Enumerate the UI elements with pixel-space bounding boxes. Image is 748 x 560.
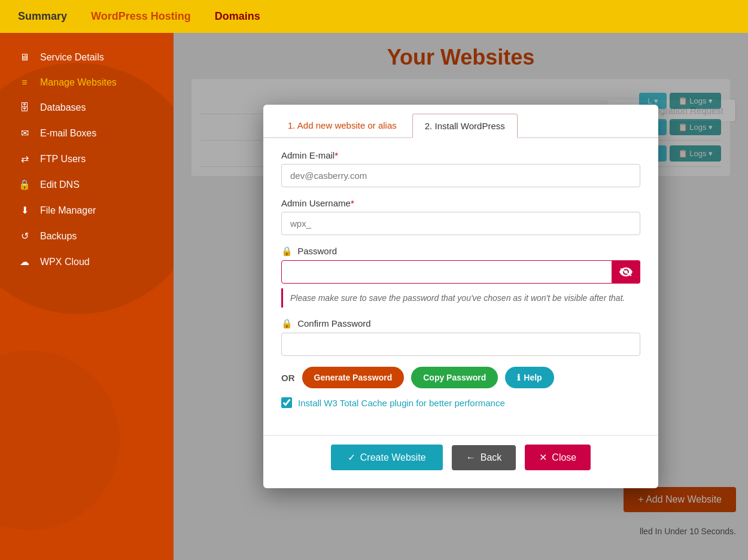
help-circle-icon: ℹ (517, 373, 520, 382)
email-form-group: Admin E-mail* (281, 150, 640, 187)
confirm-lock-icon: 🔒 (281, 318, 293, 328)
confirm-password-label: 🔒 Confirm Password (281, 318, 640, 329)
arrow-left-icon: ← (466, 452, 476, 463)
sidebar-item-email-boxes[interactable]: ✉ E-mail Boxes (0, 120, 174, 146)
sidebar-item-wpx-cloud[interactable]: ☁ WPX Cloud (0, 249, 174, 275)
or-row: OR Generate Password Copy Password ℹ Hel… (281, 367, 640, 388)
monitor-icon: 🖥 (18, 52, 31, 63)
password-field[interactable] (281, 260, 640, 284)
modal-body: Admin E-mail* Admin Username* (263, 138, 658, 429)
modal-overlay: 1. Add new website or alias 2. Install W… (174, 33, 748, 560)
sidebar-item-databases[interactable]: 🗄 Databases (0, 95, 174, 120)
database-icon: 🗄 (18, 102, 31, 113)
password-wrapper (281, 260, 640, 284)
sidebar-item-manage-websites[interactable]: ≡ Manage Websites (0, 70, 174, 95)
tab-install-wordpress[interactable]: 2. Install WordPress (412, 114, 518, 138)
sidebar: 🖥 Service Details ≡ Manage Websites 🗄 Da… (0, 33, 174, 560)
transfer-icon: ⇄ (18, 153, 31, 165)
email-required: * (335, 150, 338, 160)
password-toggle-button[interactable] (612, 260, 640, 284)
lock-icon: 🔒 (18, 179, 31, 190)
nav-summary[interactable]: Summary (18, 10, 67, 23)
username-required: * (351, 198, 354, 208)
password-label: 🔒 Password (281, 246, 640, 257)
username-field[interactable] (281, 212, 640, 235)
main-layout: 🖥 Service Details ≡ Manage Websites 🗄 Da… (0, 33, 748, 560)
sidebar-item-backups[interactable]: ↺ Backups (0, 223, 174, 249)
backup-icon: ↺ (18, 230, 31, 242)
nav-wp-hosting[interactable]: WordPress Hosting (91, 10, 191, 23)
top-navigation: Summary WordPress Hosting Domains (0, 0, 748, 33)
sidebar-item-ftp-users[interactable]: ⇄ FTP Users (0, 146, 174, 172)
sidebar-item-file-manager[interactable]: ⬇ File Manager (0, 197, 174, 223)
checkmark-icon: ✓ (348, 452, 355, 463)
times-icon: ✕ (539, 452, 547, 463)
username-label: Admin Username* (281, 198, 640, 208)
confirm-password-field[interactable] (281, 333, 640, 356)
password-hint: Please make sure to save the password th… (281, 288, 640, 308)
modal-footer: ✓ Create Website ← Back ✕ Close (263, 435, 658, 470)
install-wordpress-modal: 1. Add new website or alias 2. Install W… (263, 105, 658, 488)
cache-checkbox-label: Install W3 Total Cache plugin for better… (298, 398, 505, 408)
sidebar-item-service-details[interactable]: 🖥 Service Details (0, 45, 174, 70)
cloud-icon: ☁ (18, 256, 31, 267)
sidebar-item-edit-dns[interactable]: 🔒 Edit DNS (0, 172, 174, 197)
nav-domains[interactable]: Domains (215, 10, 260, 23)
cache-checkbox-row: Install W3 Total Cache plugin for better… (281, 397, 640, 408)
content-area: Your Websites Send a migration Request L… (174, 33, 748, 560)
back-button[interactable]: ← Back (452, 445, 516, 470)
sidebar-decoration-2 (0, 351, 120, 530)
download-icon: ⬇ (18, 205, 31, 216)
copy-password-button[interactable]: Copy Password (411, 367, 498, 388)
email-field[interactable] (281, 164, 640, 187)
close-button[interactable]: ✕ Close (525, 445, 591, 470)
email-label: Admin E-mail* (281, 150, 640, 160)
username-form-group: Admin Username* (281, 198, 640, 235)
or-label: OR (281, 373, 295, 383)
eye-icon (619, 267, 633, 277)
password-lock-icon: 🔒 (281, 246, 293, 256)
email-icon: ✉ (18, 127, 31, 139)
generate-password-button[interactable]: Generate Password (302, 367, 405, 388)
grid-icon: ≡ (18, 77, 31, 88)
help-button[interactable]: ℹ Help (505, 367, 554, 388)
tab-add-website[interactable]: 1. Add new website or alias (275, 114, 409, 137)
confirm-password-form-group: 🔒 Confirm Password (281, 318, 640, 356)
create-website-button[interactable]: ✓ Create Website (331, 445, 443, 470)
password-form-group: 🔒 Password Please (281, 246, 640, 308)
cache-checkbox[interactable] (281, 397, 292, 408)
modal-tabs: 1. Add new website or alias 2. Install W… (263, 105, 658, 138)
